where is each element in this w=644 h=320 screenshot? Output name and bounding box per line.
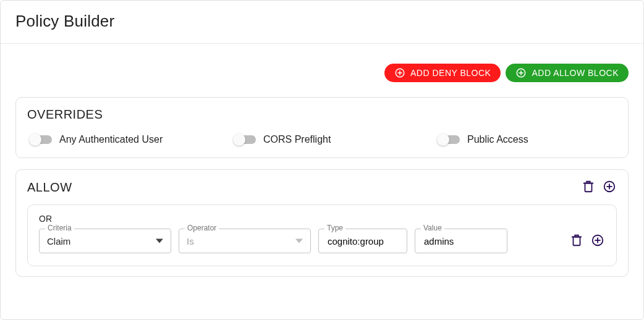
- add-group-button[interactable]: [602, 180, 617, 195]
- toggle-public-access[interactable]: [439, 135, 460, 144]
- field-label: Operator: [185, 224, 219, 232]
- operator-select[interactable]: Operator Is: [179, 229, 311, 253]
- chevron-down-icon: [156, 236, 163, 246]
- page-title: Policy Builder: [15, 12, 629, 31]
- type-input[interactable]: [326, 235, 399, 247]
- override-item-public: Public Access: [439, 134, 613, 145]
- field-label: Type: [324, 224, 345, 232]
- add-deny-label: ADD DENY BLOCK: [410, 68, 491, 78]
- delete-block-button[interactable]: [581, 180, 596, 195]
- add-allow-block-button[interactable]: ADD ALLOW BLOCK: [506, 64, 629, 82]
- delete-condition-button[interactable]: [569, 234, 584, 248]
- toggle-auth-user[interactable]: [31, 135, 52, 144]
- add-condition-button[interactable]: [590, 234, 605, 248]
- override-label: Public Access: [467, 134, 528, 145]
- criteria-value: Claim: [47, 236, 70, 246]
- plus-circle-icon: [515, 67, 527, 78]
- plus-circle-icon: [603, 180, 616, 195]
- policy-builder-panel: Policy Builder ADD DENY BLOCK: [0, 0, 644, 320]
- overrides-row: Any Authenticated User CORS Preflight Pu…: [27, 122, 617, 148]
- plus-circle-icon: [591, 234, 604, 249]
- add-allow-label: ADD ALLOW BLOCK: [532, 68, 619, 78]
- title-bar: Policy Builder: [1, 1, 643, 44]
- allow-block: Allow: [15, 169, 629, 277]
- plus-circle-icon: [394, 67, 405, 78]
- allow-header: Allow: [27, 180, 617, 195]
- trash-icon: [582, 180, 595, 195]
- add-deny-block-button[interactable]: ADD DENY BLOCK: [384, 64, 501, 82]
- condition-actions: [569, 234, 605, 253]
- toggle-cors-preflight[interactable]: [235, 135, 256, 144]
- criteria-select[interactable]: Criteria Claim: [39, 229, 171, 253]
- trash-icon: [570, 234, 583, 249]
- overrides-heading: Overrides: [27, 107, 617, 122]
- group-logic-label: OR: [39, 214, 605, 224]
- top-actions: ADD DENY BLOCK ADD ALLOW BLOCK: [15, 64, 629, 82]
- override-label: CORS Preflight: [263, 134, 331, 145]
- allow-block-actions: [581, 180, 617, 195]
- condition-row: Criteria Claim Operator Is: [39, 229, 605, 253]
- panel-body: ADD DENY BLOCK ADD ALLOW BLOCK Overrides: [1, 44, 643, 303]
- condition-group-or: OR Criteria Claim Operator: [27, 204, 617, 266]
- value-input[interactable]: [423, 235, 499, 247]
- overrides-section: Overrides Any Authenticated User CORS Pr…: [15, 97, 629, 158]
- field-label: Value: [421, 224, 444, 232]
- allow-heading: Allow: [27, 180, 72, 195]
- type-field: Type: [318, 229, 407, 253]
- override-item-cors: CORS Preflight: [235, 134, 409, 145]
- chevron-down-icon: [295, 236, 303, 246]
- override-item-auth-user: Any Authenticated User: [31, 134, 205, 145]
- operator-value: Is: [187, 236, 194, 246]
- override-label: Any Authenticated User: [59, 134, 163, 145]
- field-label: Criteria: [45, 224, 74, 232]
- value-field: Value: [415, 229, 507, 253]
